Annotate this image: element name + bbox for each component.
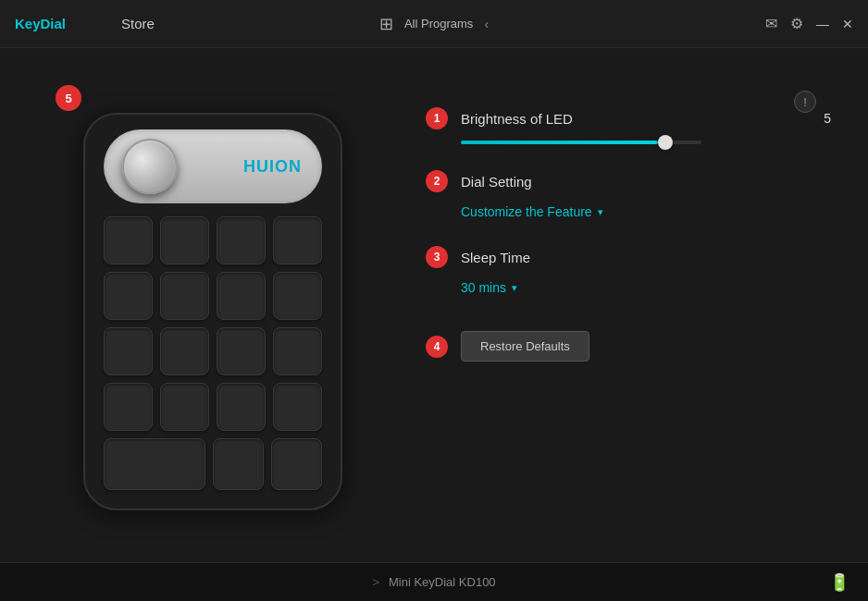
battery-icon: 🔋 (829, 572, 849, 593)
restore-badge: 4 (426, 336, 448, 358)
sleep-time-header: 3 Sleep Time (426, 246, 831, 268)
sleep-time-badge: 3 (426, 246, 448, 268)
key-grid (104, 216, 322, 431)
dial-setting-badge: 2 (426, 170, 448, 192)
main-content: 5 HUION (0, 48, 868, 575)
slider-thumb[interactable] (658, 135, 673, 150)
device-body: HUION (83, 113, 342, 510)
title-bar-left: KeyDial Store (15, 16, 379, 31)
key-4-4[interactable] (273, 383, 322, 431)
dial-area: HUION (104, 129, 322, 203)
dial-setting-dropdown-arrow: ▾ (598, 206, 603, 218)
bottom-chevron-icon: > (372, 575, 379, 589)
key-bottom-right[interactable] (271, 438, 322, 490)
title-bar-right: ✉ ⚙ — ✕ (489, 15, 853, 32)
app-title: KeyDial (15, 16, 66, 31)
restore-block: 4 Restore Defaults (426, 331, 831, 362)
brightness-title: Brightness of LED (461, 111, 573, 127)
grid-icon[interactable]: ⊞ (379, 14, 393, 34)
title-bar: KeyDial Store ⊞ All Programs ‹ ✉ ⚙ — ✕ (0, 0, 868, 48)
sleep-time-block: 3 Sleep Time 30 mins ▾ (426, 246, 831, 296)
minimize-button[interactable]: — (816, 17, 829, 31)
key-3-3[interactable] (217, 327, 266, 375)
dial-setting-title: Dial Setting (461, 174, 532, 190)
info-button[interactable]: ! (794, 91, 816, 113)
key-1-1[interactable] (104, 216, 153, 264)
key-2-1[interactable] (104, 272, 153, 320)
all-programs-label: All Programs (404, 17, 473, 31)
sleep-time-title: Sleep Time (461, 250, 530, 265)
bottom-device-label: Mini KeyDial KD100 (389, 575, 496, 589)
dial-setting-dropdown[interactable]: Customize the Feature ▾ (461, 204, 603, 219)
key-4-3[interactable] (217, 383, 266, 431)
title-bar-center: ⊞ All Programs ‹ (379, 14, 489, 34)
dial-setting-block: 2 Dial Setting Customize the Feature ▾ (426, 170, 831, 220)
key-bottom-wide[interactable] (104, 438, 205, 490)
brightness-badge: 1 (426, 107, 448, 129)
key-2-4[interactable] (273, 272, 322, 320)
dial-setting-header: 2 Dial Setting (426, 170, 831, 192)
key-1-4[interactable] (273, 216, 322, 264)
key-1-3[interactable] (217, 216, 266, 264)
key-bottom-row (104, 438, 322, 490)
key-bottom-mid[interactable] (213, 438, 264, 490)
dial-knob[interactable] (122, 139, 178, 194)
brightness-slider-container (461, 141, 831, 144)
brightness-block: 1 Brightness of LED 5 (426, 107, 831, 144)
sleep-time-dropdown-label: 30 mins (461, 280, 506, 295)
mail-button[interactable]: ✉ (765, 15, 777, 32)
key-3-1[interactable] (104, 327, 153, 375)
key-4-1[interactable] (104, 383, 153, 431)
brightness-value: 5 (824, 111, 831, 126)
sleep-time-dropdown[interactable]: 30 mins ▾ (461, 280, 517, 295)
close-button[interactable]: ✕ (842, 17, 853, 31)
settings-section: ! 1 Brightness of LED 5 2 Dial Setting (426, 67, 831, 557)
dial-setting-dropdown-label: Customize the Feature (461, 204, 592, 219)
key-1-2[interactable] (160, 216, 209, 264)
sleep-time-dropdown-arrow: ▾ (512, 282, 517, 294)
device-section: 5 HUION (37, 67, 389, 557)
device-badge: 5 (56, 85, 81, 111)
bottom-bar: > Mini KeyDial KD100 🔋 (0, 562, 868, 601)
dial-brand: HUION (243, 157, 302, 177)
key-2-3[interactable] (217, 272, 266, 320)
settings-button[interactable]: ⚙ (790, 15, 803, 32)
key-3-4[interactable] (273, 327, 322, 375)
slider-fill (461, 141, 658, 144)
brightness-header: 1 Brightness of LED 5 (426, 107, 831, 129)
restore-defaults-button[interactable]: Restore Defaults (461, 331, 589, 362)
slider-track[interactable] (461, 141, 701, 144)
key-2-2[interactable] (160, 272, 209, 320)
key-4-2[interactable] (160, 383, 209, 431)
store-title: Store (121, 16, 155, 31)
key-3-2[interactable] (160, 327, 209, 375)
